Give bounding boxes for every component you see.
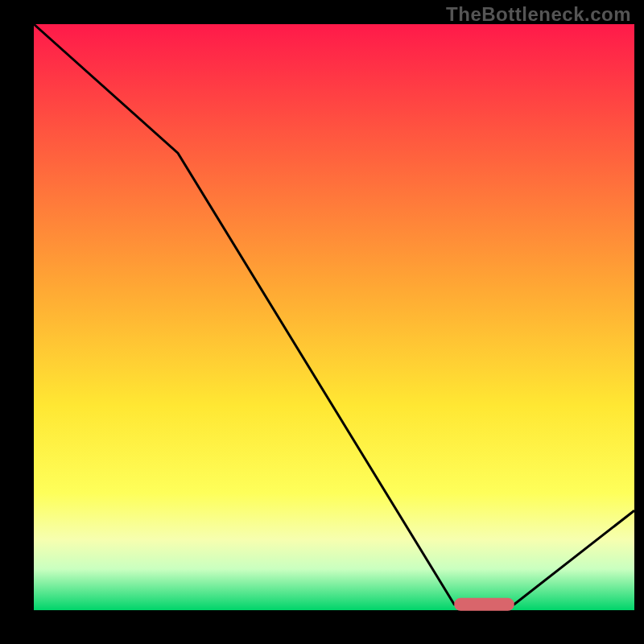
- watermark-text: TheBottleneck.com: [446, 3, 631, 26]
- optimal-range-marker: [454, 598, 514, 611]
- bottleneck-chart: [0, 0, 644, 644]
- chart-container: TheBottleneck.com: [0, 0, 644, 644]
- plot-area: [34, 24, 634, 610]
